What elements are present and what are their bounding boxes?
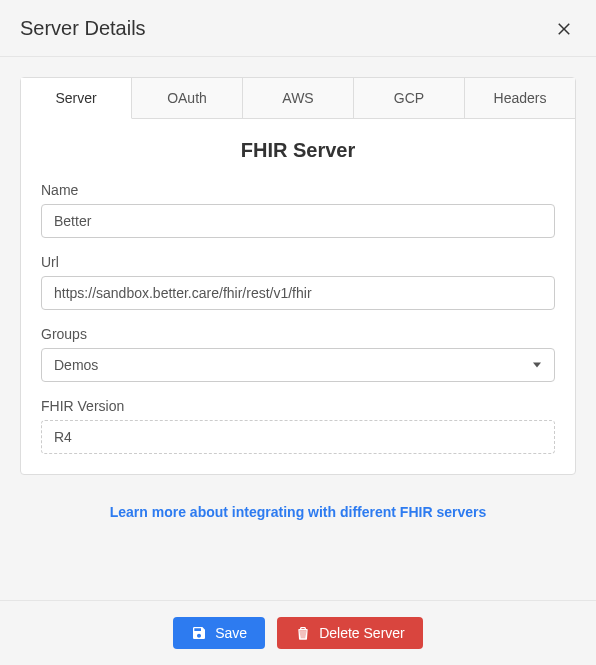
groups-select[interactable] (41, 348, 555, 382)
tab-headers[interactable]: Headers (465, 78, 575, 119)
form-group-url: Url (41, 254, 555, 310)
learn-more-link[interactable]: Learn more about integrating with differ… (110, 504, 487, 520)
groups-label: Groups (41, 326, 555, 342)
delete-server-button[interactable]: Delete Server (277, 617, 423, 649)
modal-header: Server Details (0, 0, 596, 57)
learn-more: Learn more about integrating with differ… (20, 503, 576, 521)
name-label: Name (41, 182, 555, 198)
modal-footer: Save Delete Server (0, 600, 596, 665)
tab-content: FHIR Server Name Url Groups FHIR Version (21, 119, 575, 474)
version-input (41, 420, 555, 454)
close-icon (555, 19, 573, 37)
close-button[interactable] (552, 16, 576, 40)
trash-icon (295, 625, 311, 641)
url-label: Url (41, 254, 555, 270)
name-input[interactable] (41, 204, 555, 238)
form-group-version: FHIR Version (41, 398, 555, 454)
form-group-groups: Groups (41, 326, 555, 382)
tab-gcp[interactable]: GCP (354, 78, 465, 119)
save-button[interactable]: Save (173, 617, 265, 649)
version-label: FHIR Version (41, 398, 555, 414)
groups-select-wrapper[interactable] (41, 348, 555, 382)
save-icon (191, 625, 207, 641)
tab-aws[interactable]: AWS (243, 78, 354, 119)
save-label: Save (215, 625, 247, 641)
url-input[interactable] (41, 276, 555, 310)
modal-title: Server Details (20, 17, 146, 40)
section-title: FHIR Server (41, 139, 555, 162)
tabs: Server OAuth AWS GCP Headers (21, 78, 575, 119)
tab-oauth[interactable]: OAuth (132, 78, 243, 119)
tab-server[interactable]: Server (21, 78, 132, 119)
tabs-container: Server OAuth AWS GCP Headers FHIR Server… (20, 77, 576, 475)
delete-label: Delete Server (319, 625, 405, 641)
form-group-name: Name (41, 182, 555, 238)
modal-body: Server OAuth AWS GCP Headers FHIR Server… (0, 57, 596, 600)
